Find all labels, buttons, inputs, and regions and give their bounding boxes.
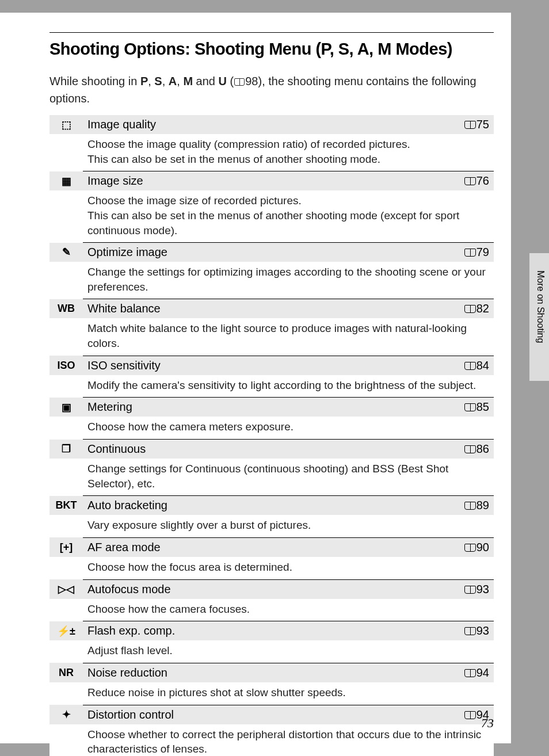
menu-item-description: Adjust flash level.: [83, 640, 494, 663]
menu-item-desc-row: Choose the image quality (compression ra…: [49, 134, 494, 171]
spacer: [49, 134, 83, 171]
page-ref-number: 79: [476, 246, 489, 258]
menu-item-desc-row: Modify the camera's sensitivity to light…: [49, 375, 494, 398]
menu-item-header: NRNoise reduction94: [49, 663, 494, 682]
book-icon: [464, 249, 476, 257]
menu-item-header: [+]AF area mode90: [49, 537, 494, 557]
book-icon: [464, 627, 476, 635]
page-reference: 84: [451, 356, 494, 375]
menu-item-title: Distortion control: [83, 705, 451, 724]
section-label: More on Shooting: [535, 270, 546, 343]
spacer: [49, 640, 83, 663]
page-reference: 93: [451, 621, 494, 641]
menu-item-header: BKTAuto bracketing89: [49, 496, 494, 516]
menu-item-header: ❐Continuous86: [49, 440, 494, 459]
menu-item-title: Autofocus mode: [83, 579, 451, 599]
menu-item-header: ▦Image size76: [49, 171, 494, 191]
book-icon: [464, 502, 476, 510]
menu-item-description: Modify the camera's sensitivity to light…: [83, 375, 494, 398]
menu-item-desc-row: Vary exposure slightly over a burst of p…: [49, 515, 494, 537]
menu-item-desc-row: Reduce noise in pictures shot at slow sh…: [49, 682, 494, 705]
menu-item-description: Choose the image quality (compression ra…: [83, 134, 494, 171]
metering-icon: ▣: [49, 398, 83, 417]
menu-item-header: WBWhite balance82: [49, 299, 494, 319]
page-ref-number: 93: [476, 624, 489, 637]
spacer: [49, 318, 83, 356]
menu-item-title: Optimize image: [83, 243, 451, 262]
autofocus-icon: ▷◁: [49, 579, 83, 599]
page-ref-number: 82: [476, 302, 489, 315]
spacer: [49, 557, 83, 579]
book-icon: [464, 544, 476, 552]
spacer: [49, 459, 83, 496]
page-reference: 85: [451, 398, 494, 417]
menu-item-desc-row: Change the settings for optimizing image…: [49, 262, 494, 299]
menu-item-header: ▣Metering85: [49, 398, 494, 417]
title-prefix: Shooting Options: Shooting Menu (: [49, 40, 321, 58]
menu-item-header: ISOISO sensitivity84: [49, 356, 494, 375]
page-reference: 75: [451, 115, 494, 134]
image-quality-icon: ⬚: [49, 115, 83, 134]
page-reference: 79: [451, 243, 494, 262]
spacer: [49, 599, 83, 621]
iso-icon: ISO: [49, 356, 83, 375]
menu-item-description: Change settings for Continuous (continuo…: [83, 459, 494, 496]
continuous-icon: ❐: [49, 440, 83, 459]
book-icon: [464, 445, 476, 453]
page-ref-number: 94: [476, 666, 489, 679]
document-page: Shooting Options: Shooting Menu (P, S, A…: [0, 13, 511, 743]
menu-item-title: Auto bracketing: [83, 496, 451, 516]
menu-item-title: White balance: [83, 299, 451, 319]
book-icon: [464, 669, 476, 677]
book-icon: [464, 177, 476, 185]
menu-item-title: ISO sensitivity: [83, 356, 451, 375]
book-icon: [464, 305, 476, 313]
page-ref-number: 75: [476, 118, 489, 131]
book-icon: [464, 362, 476, 370]
menu-item-desc-row: Choose how the camera focuses.: [49, 599, 494, 621]
menu-item-header: ✎Optimize image79: [49, 243, 494, 262]
distortion-icon: ✦: [49, 705, 83, 724]
page-ref-number: 76: [476, 174, 489, 187]
page-reference: 94: [451, 663, 494, 682]
page-ref-number: 90: [476, 541, 489, 553]
menu-item-description: Choose the image size of recorded pictur…: [83, 190, 494, 242]
intro-u: U: [219, 75, 227, 87]
menu-item-header: ✦Distortion control94: [49, 705, 494, 724]
menu-item-title: AF area mode: [83, 537, 451, 557]
intro-mid: and: [193, 75, 218, 87]
book-icon: [464, 711, 476, 719]
page-reference: 93: [451, 579, 494, 599]
page-ref-number: 86: [476, 442, 489, 455]
menu-item-title: Flash exp. comp.: [83, 621, 451, 641]
menu-item-header: ▷◁Autofocus mode93: [49, 579, 494, 599]
intro-ref: 98: [245, 75, 258, 87]
page-ref-number: 93: [476, 583, 489, 595]
book-icon: [464, 403, 476, 411]
page-ref-number: 84: [476, 359, 489, 372]
menu-item-desc-row: Choose how the camera meters exposure.: [49, 417, 494, 439]
menu-item-header: ⬚Image quality75: [49, 115, 494, 134]
white-balance-icon: WB: [49, 299, 83, 319]
menu-item-description: Choose how the focus area is determined.: [83, 557, 494, 579]
flash-comp-icon: ⚡±: [49, 621, 83, 641]
menu-item-desc-row: Choose the image size of recorded pictur…: [49, 190, 494, 242]
optimize-icon: ✎: [49, 243, 83, 262]
menu-item-desc-row: Choose how the focus area is determined.: [49, 557, 494, 579]
page-reference: 86: [451, 440, 494, 459]
af-area-icon: [+]: [49, 537, 83, 557]
menu-item-description: Vary exposure slightly over a burst of p…: [83, 515, 494, 537]
page-ref-number: 85: [476, 400, 489, 413]
menu-item-title: Noise reduction: [83, 663, 451, 682]
menu-item-title: Metering: [83, 398, 451, 417]
menu-item-description: Reduce noise in pictures shot at slow sh…: [83, 682, 494, 705]
menu-item-description: Choose how the camera focuses.: [83, 599, 494, 621]
spacer: [49, 375, 83, 398]
title-modes: P, S, A, M: [321, 40, 391, 58]
menu-item-header: ⚡±Flash exp. comp.93: [49, 621, 494, 641]
menu-item-desc-row: Choose whether to correct the peripheral…: [49, 724, 494, 756]
intro-text: While shooting in P, S, A, M and U (98),…: [49, 72, 494, 107]
page-number: 73: [481, 716, 494, 731]
page-ref-number: 89: [476, 499, 489, 511]
header-rule: [49, 32, 494, 33]
